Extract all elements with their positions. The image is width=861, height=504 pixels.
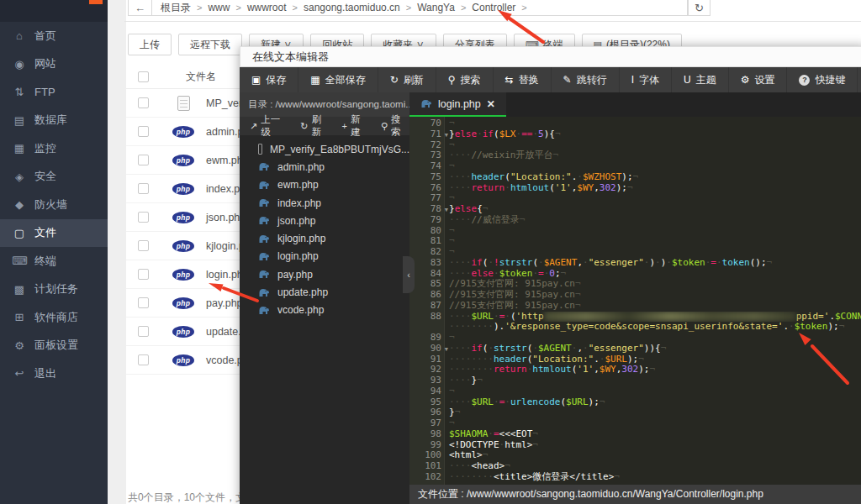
- breadcrumb-segment[interactable]: wwwroot: [247, 2, 287, 13]
- settings-icon: ⚙: [741, 74, 750, 86]
- php-file-icon: php: [172, 354, 194, 366]
- code-line: 77¬: [409, 193, 861, 204]
- terminal-icon: ⌨: [12, 255, 27, 267]
- row-checkbox[interactable]: [138, 354, 149, 365]
- sidebar-item-label: 安全: [34, 169, 56, 184]
- sidebar-item-ftp[interactable]: ⇅FTP: [0, 78, 108, 107]
- editor-file-kjlogin.php[interactable]: kjlogin.php: [240, 229, 409, 247]
- sidebar-item-label: 软件商店: [34, 310, 78, 325]
- editor-file-admin.php[interactable]: admin.php: [240, 158, 409, 176]
- tab-label: login.php: [438, 98, 481, 110]
- code-editor[interactable]: 70¬71▼}else·if($LX·==·5){¬72¬73····//wei…: [409, 117, 861, 485]
- code-line: 87//915支付官网: 915pay.cn¬: [409, 301, 861, 312]
- editor-shortcuts-button[interactable]: ?快捷键: [787, 67, 858, 92]
- editor-file-update.php[interactable]: update.php: [240, 283, 409, 301]
- security-icon: ◈: [12, 171, 27, 183]
- file-name: ewm.php: [277, 179, 319, 191]
- code-line: 86//915支付官网: 915pay.cn¬: [409, 290, 861, 301]
- breadcrumb-segment[interactable]: WangYa: [417, 2, 455, 13]
- code-line: 83····if(·!strstr(·$AGENT,·"essenger"·)·…: [409, 258, 861, 269]
- refresh-icon[interactable]: ↻: [688, 0, 710, 16]
- breadcrumb-segment[interactable]: www: [208, 2, 230, 13]
- editor-file-ewm.php[interactable]: ewm.php: [240, 176, 409, 194]
- sidebar-item-logout[interactable]: ↩退出: [0, 360, 108, 388]
- row-checkbox[interactable]: [138, 155, 149, 165]
- editor-settings-button[interactable]: ⚙设置: [729, 67, 788, 92]
- code-line: 82¬: [409, 247, 861, 258]
- select-all-checkbox[interactable]: [138, 71, 149, 82]
- sidebar-item-label: 计划任务: [34, 281, 78, 297]
- editor-goto-line-button[interactable]: ✎跳转行: [552, 67, 620, 92]
- tab-close-icon[interactable]: ✕: [487, 98, 495, 110]
- save-icon: ▣: [251, 74, 261, 86]
- sidebar-item-firewall[interactable]: ◆防火墙: [0, 191, 108, 219]
- sidebar-item-security[interactable]: ◈安全: [0, 163, 108, 192]
- code-line: 71▼}else·if($LX·==·5){¬: [409, 129, 861, 140]
- search-icon: ⚲: [381, 121, 388, 132]
- fm-button-远程下载[interactable]: 远程下载: [178, 34, 242, 55]
- code-line: 80¬: [409, 226, 861, 237]
- sidebar-item-website[interactable]: ◉网站: [0, 50, 108, 79]
- button-label: 替换: [519, 73, 539, 87]
- editor-file-json.php[interactable]: json.php: [240, 212, 409, 229]
- editor-search-button[interactable]: ⚲搜索: [436, 67, 494, 92]
- row-checkbox[interactable]: [138, 183, 149, 194]
- code-line: 72¬: [409, 140, 861, 151]
- editor-save-all-button[interactable]: ▦全部保存: [298, 67, 378, 92]
- logo-accent: [89, 0, 103, 4]
- fm-button-上传[interactable]: 上传: [128, 34, 172, 55]
- code-line: 89¬: [409, 333, 861, 344]
- editor-file-login.php[interactable]: login.php: [240, 248, 409, 265]
- sidebar-item-cron[interactable]: ▩计划任务: [0, 276, 108, 304]
- breadcrumb-segment[interactable]: 根目录: [161, 1, 191, 15]
- editor-save-button[interactable]: ▣保存: [240, 67, 298, 92]
- editor-replace-button[interactable]: ⇆替换: [494, 67, 552, 92]
- back-arrow-icon[interactable]: ←: [129, 0, 152, 15]
- php-file-icon: php: [172, 240, 194, 252]
- sidebar-item-files[interactable]: ▢文件: [0, 219, 108, 248]
- shortcuts-icon: ?: [799, 75, 810, 86]
- sidebar-item-label: 数据库: [34, 113, 67, 128]
- php-elephant-icon: [258, 162, 270, 171]
- row-checkbox[interactable]: [138, 326, 149, 337]
- cron-icon: ▩: [12, 283, 27, 296]
- row-checkbox[interactable]: [138, 269, 149, 280]
- code-line: 94¬: [409, 386, 861, 397]
- file-name: login.php: [277, 250, 319, 262]
- tab-login-php[interactable]: login.php ✕: [409, 92, 506, 117]
- code-line: 100<html>¬: [409, 450, 861, 461]
- editor-file-MP_verify_Ea8bPBUTmjVsG...[interactable]: MP_verify_Ea8bPBUTmjVsG...: [240, 140, 409, 158]
- button-label: 远程下载: [190, 38, 230, 52]
- sidebar-item-database[interactable]: ▤数据库: [0, 107, 108, 135]
- row-checkbox[interactable]: [138, 97, 149, 108]
- editor-theme-button[interactable]: U主题: [672, 67, 729, 92]
- divider: [124, 21, 861, 22]
- row-checkbox[interactable]: [138, 240, 149, 251]
- sidebar-item-terminal[interactable]: ⌨终端: [0, 247, 108, 276]
- ftp-icon: ⇅: [12, 86, 27, 98]
- php-elephant-icon: [258, 288, 270, 297]
- code-line: 85//915支付官网: 915pay.cn¬: [409, 279, 861, 290]
- editor-font-button[interactable]: I字体: [620, 67, 672, 92]
- sidebar-item-app-store[interactable]: ⊞软件商店: [0, 303, 108, 332]
- row-checkbox[interactable]: [138, 297, 149, 308]
- editor-refresh-button[interactable]: ↻刷新: [378, 67, 436, 92]
- code-line: 92········return·htmlout('1',$WY,302);¬: [409, 365, 861, 375]
- editor-file-vcode.php[interactable]: vcode.php: [240, 302, 409, 319]
- file-name: index.php: [277, 197, 321, 209]
- sidebar-item-home[interactable]: ⌂首页: [0, 22, 108, 50]
- sidebar-collapse-handle[interactable]: ‹: [403, 256, 415, 293]
- sidebar-item-monitor[interactable]: ▦监控: [0, 134, 108, 163]
- row-checkbox[interactable]: [138, 212, 149, 223]
- sidebar-item-label: 终端: [34, 254, 56, 269]
- button-label: 保存: [266, 73, 286, 87]
- editor-file-index.php[interactable]: index.php: [240, 194, 409, 212]
- row-checkbox[interactable]: [138, 126, 149, 137]
- breadcrumb-segment[interactable]: sangong.taomiduo.cn: [304, 2, 400, 13]
- panel-settings-icon: ⚙: [12, 339, 27, 352]
- sidebar-item-panel-settings[interactable]: ⚙面板设置: [0, 332, 108, 360]
- editor-file-pay.php[interactable]: pay.php: [240, 265, 409, 283]
- breadcrumb-segment[interactable]: Controller: [472, 2, 515, 13]
- file-name: admin.php: [277, 161, 325, 173]
- sidebar-item-label: 文件: [34, 225, 56, 240]
